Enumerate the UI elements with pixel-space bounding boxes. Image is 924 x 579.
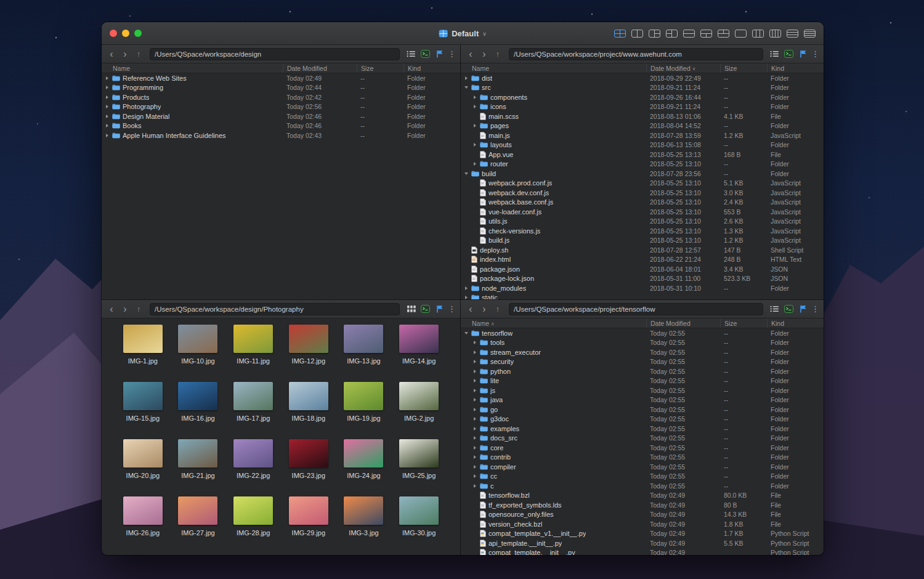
disclosure-triangle[interactable] — [474, 379, 476, 383]
zoom-button[interactable] — [134, 30, 142, 37]
file-row[interactable]: ProgrammingToday 02:44--Folder — [102, 83, 460, 93]
file-row[interactable]: securityToday 02:55--Folder — [461, 357, 824, 367]
photo-item[interactable]: IMG-29.jpg — [281, 496, 336, 554]
photo-item[interactable]: IMG-24.jpg — [336, 439, 392, 496]
file-row[interactable]: cToday 02:55--Folder — [461, 481, 824, 491]
file-row[interactable]: api_template.__init__.pyToday 02:495.5 K… — [461, 538, 824, 548]
file-row[interactable]: icons2018-09-21 11:24--Folder — [461, 102, 824, 112]
more-icon[interactable]: ⋮ — [811, 304, 819, 314]
layout-rows4-icon[interactable] — [804, 30, 816, 38]
file-row[interactable]: vue-loader.conf.js2018-05-25 13:10553 BJ… — [461, 207, 824, 217]
disclosure-triangle[interactable] — [474, 446, 476, 450]
list-view-icon[interactable] — [769, 49, 780, 59]
close-button[interactable] — [110, 30, 117, 37]
disclosure-triangle[interactable] — [474, 484, 476, 488]
back-button[interactable]: ‹ — [465, 49, 476, 59]
photo-item[interactable]: IMG-14.jpg — [391, 325, 447, 382]
file-row[interactable]: src2018-09-21 11:24--Folder — [461, 83, 824, 93]
layout-lsplit-icon[interactable] — [666, 30, 678, 38]
disclosure-triangle[interactable] — [106, 134, 108, 137]
photo-item[interactable]: IMG-1.jpg — [115, 325, 171, 382]
disclosure-triangle[interactable] — [106, 105, 108, 108]
forward-button[interactable]: › — [479, 49, 490, 59]
file-row[interactable]: components2018-09-26 16:44--Folder — [461, 92, 824, 102]
flag-icon[interactable] — [434, 304, 445, 314]
file-row[interactable]: PhotographyToday 02:56--Folder — [102, 102, 460, 112]
layout-cols3-icon[interactable] — [752, 30, 764, 38]
more-icon[interactable]: ⋮ — [448, 304, 456, 314]
photo-item[interactable]: IMG-10.jpg — [171, 325, 226, 382]
up-button[interactable]: ↑ — [133, 50, 144, 58]
file-row[interactable]: webpack.prod.conf.js2018-05-25 13:105.1 … — [461, 179, 824, 188]
file-row[interactable]: coreToday 02:55--Folder — [461, 443, 824, 453]
file-row[interactable]: BooksToday 02:46--Folder — [102, 121, 460, 131]
disclosure-triangle[interactable] — [106, 115, 108, 118]
disclosure-triangle[interactable] — [474, 408, 476, 411]
layout-cols4-icon[interactable] — [769, 30, 781, 38]
file-row[interactable]: version_check.bzlToday 02:491.8 KBFile — [461, 519, 824, 529]
terminal-icon[interactable] — [783, 304, 795, 314]
path-field[interactable]: /Users/QSpace/workspace/design — [150, 48, 400, 60]
column-header-size[interactable]: Size — [357, 63, 403, 73]
file-row[interactable]: dist2018-09-29 22:49--Folder — [461, 73, 824, 83]
file-row[interactable]: g3docToday 02:55--Folder — [461, 415, 824, 424]
file-row[interactable]: build.js2018-05-25 13:101.2 KBJavaScript — [461, 236, 824, 246]
file-row[interactable]: check-versions.js2018-05-25 13:101.3 KBJ… — [461, 226, 824, 236]
file-row[interactable]: build2018-07-28 23:56--Folder — [461, 169, 824, 179]
file-row[interactable]: router2018-05-25 13:10--Folder — [461, 160, 824, 169]
photo-item[interactable]: IMG-15.jpg — [115, 382, 171, 439]
file-row[interactable]: pages2018-08-04 14:52--Folder — [461, 121, 824, 131]
file-row[interactable]: compat_template_v1.__init__.pyToday 02:4… — [461, 529, 824, 539]
layout-cols2-icon[interactable] — [631, 30, 643, 38]
column-header-date[interactable]: Date Modified∨ — [646, 63, 720, 73]
file-row[interactable]: main.scss2018-08-13 01:064.1 KBFile — [461, 111, 824, 121]
file-row[interactable]: App.vue2018-05-25 13:13168 BFile — [461, 150, 824, 160]
file-row[interactable]: deploy.sh2018-07-28 12:57147 BShell Scri… — [461, 245, 824, 255]
column-header-kind[interactable]: Kind — [767, 318, 824, 328]
file-row[interactable]: compilerToday 02:55--Folder — [461, 462, 824, 472]
disclosure-triangle[interactable] — [106, 76, 108, 80]
layout-single-icon[interactable] — [735, 30, 747, 38]
disclosure-triangle[interactable] — [106, 95, 108, 99]
file-row[interactable]: index.html2018-06-22 21:24248 BHTML Text — [461, 255, 824, 265]
disclosure-triangle[interactable] — [474, 465, 476, 469]
file-row[interactable]: Reference Web SitesToday 02:49--Folder — [102, 73, 460, 83]
disclosure-triangle[interactable] — [474, 427, 476, 431]
back-button[interactable]: ‹ — [106, 304, 117, 314]
disclosure-triangle[interactable] — [474, 124, 476, 128]
file-row[interactable]: contribToday 02:55--Folder — [461, 453, 824, 463]
disclosure-triangle[interactable] — [474, 95, 476, 99]
disclosure-triangle[interactable] — [474, 360, 476, 363]
disclosure-triangle[interactable] — [464, 332, 468, 334]
file-row[interactable]: tensorflow.bzlToday 02:4980.0 KBFile — [461, 491, 824, 501]
file-row[interactable]: goToday 02:55--Folder — [461, 405, 824, 415]
terminal-icon[interactable] — [419, 49, 431, 59]
forward-button[interactable]: › — [120, 49, 131, 59]
file-row[interactable]: stream_executorToday 02:55--Folder — [461, 347, 824, 357]
file-row[interactable]: tensorflowToday 02:55--Folder — [461, 328, 824, 338]
disclosure-triangle[interactable] — [474, 455, 476, 459]
disclosure-triangle[interactable] — [474, 105, 476, 108]
file-row[interactable]: utils.js2018-05-25 13:102.6 KBJavaScript — [461, 217, 824, 227]
disclosure-triangle[interactable] — [474, 389, 476, 392]
forward-button[interactable]: › — [479, 304, 490, 314]
column-header-name[interactable]: Name — [461, 63, 646, 73]
column-header-date[interactable]: Date Modified — [283, 63, 357, 73]
disclosure-triangle[interactable] — [474, 350, 476, 354]
photo-item[interactable]: IMG-13.jpg — [336, 325, 392, 382]
file-row[interactable]: package.json2018-06-04 18:013.4 KBJSON — [461, 264, 824, 274]
photo-item[interactable]: IMG-19.jpg — [336, 382, 392, 439]
forward-button[interactable]: › — [120, 304, 131, 314]
file-row[interactable]: jsToday 02:55--Folder — [461, 386, 824, 395]
file-row[interactable]: ccToday 02:55--Folder — [461, 472, 824, 482]
list-view-icon[interactable] — [769, 304, 780, 314]
photo-item[interactable]: IMG-22.jpg — [225, 439, 281, 496]
photo-item[interactable]: IMG-23.jpg — [281, 439, 336, 496]
disclosure-triangle[interactable] — [464, 172, 468, 175]
photo-item[interactable]: IMG-20.jpg — [115, 439, 171, 496]
file-row[interactable]: Apple Human Interface GuidelinesToday 02… — [102, 131, 460, 140]
photo-item[interactable]: IMG-25.jpg — [391, 439, 447, 496]
terminal-icon[interactable] — [783, 49, 795, 59]
layout-bsplit-icon[interactable] — [700, 30, 712, 38]
file-row[interactable]: main.js2018-07-28 13:591.2 KBJavaScript — [461, 131, 824, 140]
